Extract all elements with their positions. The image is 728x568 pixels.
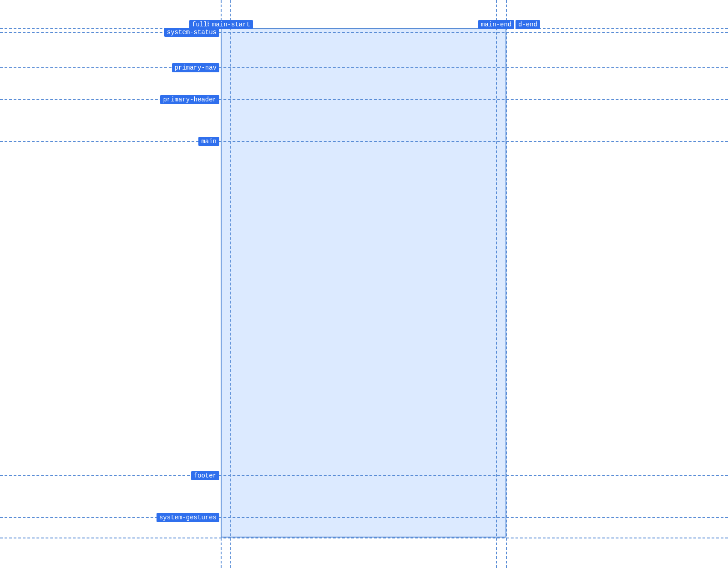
column-label-main-end: main-end [478,20,514,29]
row-line-main [0,141,728,142]
column-line-main-start [230,0,231,568]
row-label-system-gestures: system-gestures [157,513,219,522]
row-line-bottom [0,538,728,538]
column-line-main-end [496,0,497,568]
row-label-system-status: system-status [164,28,219,37]
row-line-primary-header [0,99,728,100]
column-label-fullbleed-end-fragment: d-end [516,20,540,29]
row-label-footer: footer [191,471,219,480]
row-label-main: main [198,137,219,146]
row-line-primary-nav [0,67,728,68]
row-label-primary-header: primary-header [160,95,219,104]
column-line-fullbleed-end [506,0,507,568]
row-line-system-gestures [0,517,728,518]
grid-content-area [221,28,506,538]
column-line-fullbleed-start [221,0,222,568]
row-line-system-status [0,32,728,33]
grid-diagram-canvas: fullb d-end main-start main-end system-s… [0,0,728,568]
row-line-footer [0,475,728,476]
row-label-primary-nav: primary-nav [172,63,219,72]
row-line-top [0,28,728,29]
